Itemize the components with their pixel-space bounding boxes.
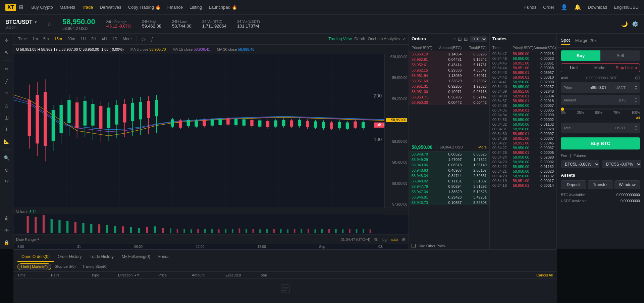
price-down-btn[interactable]: ▼ bbox=[635, 88, 637, 91]
slider-100[interactable]: 100% bbox=[631, 111, 640, 115]
nav-finance[interactable]: Finance bbox=[167, 5, 183, 10]
transfer-button[interactable]: Transfer bbox=[588, 180, 613, 189]
total-up-btn[interactable]: ▲ bbox=[635, 125, 637, 128]
lock-icon[interactable]: 🔒 bbox=[2, 239, 11, 247]
amount-input-row[interactable]: Amount BTC ▲ ▼ bbox=[561, 95, 640, 105]
tf-15m[interactable]: 15m bbox=[52, 36, 64, 42]
bid-row[interactable]: 58,949.291.470971.47622 bbox=[409, 157, 489, 162]
tf-1m[interactable]: 1m bbox=[30, 36, 40, 42]
spot-tab[interactable]: Spot bbox=[561, 36, 570, 45]
nav-launchpad[interactable]: Launchpad 🔥 bbox=[209, 5, 237, 10]
total-input[interactable] bbox=[579, 126, 606, 130]
pencil-icon[interactable]: ✏ bbox=[3, 65, 10, 73]
open-orders-tab[interactable]: Open Orders(0) bbox=[17, 252, 54, 262]
slider-row[interactable]: 0% 25% 50% 75% 100% bbox=[557, 107, 644, 116]
btc5l-select[interactable]: BTC5L -0.88% bbox=[561, 160, 599, 168]
orders-split-icon[interactable]: ⊟ bbox=[458, 36, 462, 42]
bid-row[interactable]: 58,946.730.105575.59808 bbox=[409, 200, 489, 205]
nav-bell-icon[interactable]: 🔔 bbox=[574, 4, 581, 10]
tf-30m[interactable]: 30m bbox=[65, 36, 77, 42]
stop-limit-tab[interactable]: Stop Limit ⚙ bbox=[613, 64, 640, 72]
fib-icon[interactable]: ◫ bbox=[3, 113, 10, 121]
bid-row[interactable]: 58,948.630.489672.05107 bbox=[409, 168, 489, 173]
settings-icon[interactable]: ⚙️ bbox=[632, 21, 639, 27]
indicator-icon[interactable]: ◎ bbox=[140, 36, 148, 42]
trailing-stop-tab[interactable]: Trailing Stop(0) bbox=[79, 263, 111, 270]
nav-derivatives[interactable]: Derivatives bbox=[100, 5, 121, 10]
nav-user-icon[interactable]: 👤 bbox=[561, 4, 568, 10]
ask-row[interactable]: 58,953.101.140546.30296 bbox=[409, 51, 489, 57]
auto-btn[interactable]: auto bbox=[391, 237, 398, 242]
moon-icon[interactable]: 🌙 bbox=[621, 21, 628, 27]
pair-name[interactable]: BTC/USDT ▾ bbox=[5, 19, 37, 25]
my-following-tab[interactable]: My Following(0) bbox=[118, 252, 154, 262]
bid-row[interactable]: 58,949.700.005250.00525 bbox=[409, 152, 489, 157]
price-input[interactable] bbox=[580, 85, 606, 90]
orders-list-icon[interactable]: ≡ bbox=[453, 36, 456, 42]
tf-2h[interactable]: 2H bbox=[89, 36, 98, 42]
slider-75[interactable]: 75% bbox=[613, 111, 620, 115]
tf-1h[interactable]: 1H bbox=[78, 36, 88, 42]
bid-row[interactable]: 58,948.020.111513.01002 bbox=[409, 178, 489, 184]
onchain-btn[interactable]: Onchain Analytics bbox=[368, 37, 400, 41]
ask-row[interactable]: 58,952.150.293364.68347 bbox=[409, 68, 489, 73]
col-direction-header[interactable]: Direction ▲▼ bbox=[118, 273, 158, 277]
all-link[interactable]: All bbox=[636, 116, 640, 120]
order-history-tab[interactable]: Order History bbox=[54, 252, 86, 262]
deposit-button[interactable]: Deposit bbox=[561, 180, 586, 189]
ma30-indicator[interactable]: MA 30 close 58,988.48 bbox=[217, 47, 254, 51]
amount-down-btn[interactable]: ▼ bbox=[635, 100, 637, 103]
bid-row[interactable]: 58,946.910.294265.49251 bbox=[409, 194, 489, 200]
ask-row[interactable]: 58,951.310.922051.92323 bbox=[409, 84, 489, 89]
hide-pairs-checkbox[interactable] bbox=[412, 244, 416, 248]
magnet-icon[interactable]: ⊙ bbox=[3, 166, 10, 174]
slider-0[interactable]: 0% bbox=[561, 111, 566, 115]
market-tab[interactable]: Market bbox=[587, 64, 613, 72]
buy-btc-button[interactable]: Buy BTC bbox=[561, 137, 640, 149]
ask-row[interactable]: 58,950.710.567050.57147 bbox=[409, 94, 489, 100]
ask-row[interactable]: 58,951.601.336293.25952 bbox=[409, 78, 489, 84]
formula-icon[interactable]: ƒ bbox=[149, 36, 156, 42]
slider-track[interactable] bbox=[561, 109, 640, 110]
tf-4h[interactable]: 4H bbox=[100, 36, 109, 42]
tradingview-icon[interactable]: TV bbox=[3, 178, 10, 184]
bid-row[interactable]: 58,947.341.385295.19825 bbox=[409, 189, 489, 194]
stop-limit-sub-tab[interactable]: Stop Limit(0) bbox=[51, 263, 79, 270]
cancel-all-btn[interactable]: Cancel All bbox=[286, 273, 553, 277]
line-icon[interactable]: ╱ bbox=[4, 77, 9, 85]
total-input-row[interactable]: Total USDT ▲ ▼ bbox=[561, 123, 640, 133]
nav-funds[interactable]: Funds bbox=[524, 5, 536, 10]
nav-copy-trading[interactable]: Copy Trading 🔥 bbox=[128, 5, 161, 10]
date-range-selector[interactable]: Date Range ▾ bbox=[16, 237, 39, 242]
bid-row[interactable]: 58,948.340.847442.89851 bbox=[409, 173, 489, 178]
sell-tab[interactable]: Sell bbox=[600, 50, 640, 61]
funds-tab[interactable]: Funds bbox=[154, 252, 173, 262]
nav-markets[interactable]: Markets bbox=[60, 5, 75, 10]
nav-listing[interactable]: Listing bbox=[190, 5, 202, 10]
amount-up-btn[interactable]: ▲ bbox=[635, 97, 637, 100]
nav-language[interactable]: English/USD bbox=[614, 5, 639, 10]
zoom-icon[interactable]: 🔍 bbox=[2, 154, 11, 162]
ask-row[interactable]: 58,952.810.044815.16242 bbox=[409, 57, 489, 62]
decimal-select[interactable]: 0.01 0.1 1 bbox=[470, 36, 487, 42]
price-up-btn[interactable]: ▲ bbox=[635, 84, 637, 88]
pct-btn[interactable]: % bbox=[374, 237, 378, 242]
orders-stacked-icon[interactable]: ⊞ bbox=[464, 36, 468, 42]
horizontal-line-icon[interactable]: ≡ bbox=[4, 89, 9, 97]
tf-more[interactable]: More bbox=[121, 36, 134, 42]
nav-download[interactable]: Download bbox=[588, 5, 607, 10]
trash-icon[interactable]: 🗑 bbox=[3, 214, 10, 222]
slider-50[interactable]: 50% bbox=[595, 111, 602, 115]
crosshair-toggle[interactable]: ⊕ bbox=[402, 237, 406, 242]
trade-history-tab[interactable]: Trade History bbox=[86, 252, 118, 262]
limit-tab[interactable]: Limit bbox=[561, 64, 587, 72]
btc5s-select[interactable]: BTC5S -0.07% bbox=[602, 160, 641, 168]
ma5-indicator[interactable]: MA 5 close 58,905.70 bbox=[130, 47, 166, 51]
shapes-icon[interactable]: △ bbox=[3, 101, 10, 109]
chart-area[interactable]: 620,000.00 59,600.00 59,200.00 58,950.00… bbox=[13, 54, 409, 208]
ask-row[interactable]: 58,950.300.004420.00442 bbox=[409, 100, 489, 105]
margin-tab[interactable]: Margin 20x bbox=[575, 37, 597, 44]
amount-input[interactable] bbox=[583, 98, 610, 102]
total-down-btn[interactable]: ▼ bbox=[635, 128, 637, 131]
tf-time[interactable]: Time bbox=[16, 36, 29, 42]
